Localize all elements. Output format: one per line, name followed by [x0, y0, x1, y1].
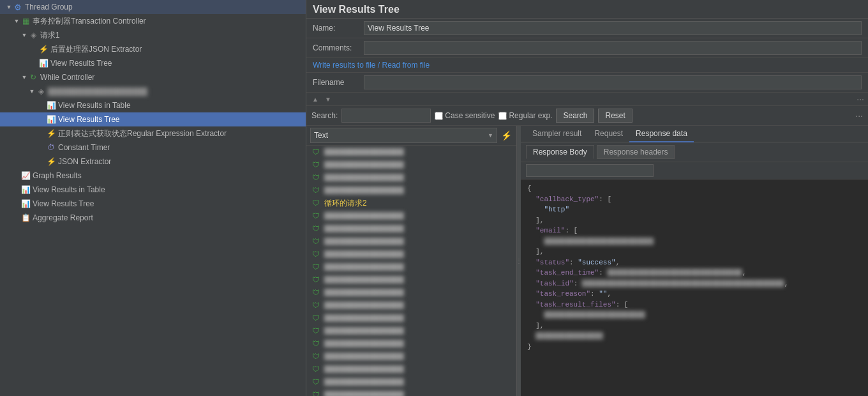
result-item-2[interactable]: 🛡 ████████████████	[306, 158, 516, 171]
result-item-1[interactable]: 🛡 ████████████████	[306, 146, 516, 158]
sub-tabs-row: Response Body Response headers	[521, 142, 868, 162]
result-item-6[interactable]: 🛡 ████████████████	[306, 209, 516, 222]
tree-item-json-extractor2[interactable]: ⚡ JSON Extractor	[0, 155, 306, 169]
shield-icon-20: 🛡	[311, 390, 320, 396]
result-item-7[interactable]: 🛡 ████████████████	[306, 222, 516, 235]
tree-item-vrit2[interactable]: 📊 View Results in Table	[0, 183, 306, 197]
regex-label: 正则表达式获取状态Regular Expression Extractor	[58, 128, 227, 139]
vrt2-icon: 📊	[46, 114, 56, 125]
result-text-10: ████████████████	[324, 263, 404, 271]
result-item-18[interactable]: 🛡 ████████████████	[306, 363, 516, 376]
transaction-ctrl-icon: ▦	[20, 16, 31, 26]
result-text-12: ████████████████	[324, 289, 404, 296]
shield-icon-14: 🛡	[311, 314, 320, 323]
result-text-1: ████████████████	[324, 148, 404, 156]
result-item-8[interactable]: 🛡 ████████████████	[306, 235, 516, 248]
comments-input[interactable]	[364, 41, 862, 55]
tab-sampler-result[interactable]: Sampler result	[526, 126, 588, 142]
case-sensitive-checkbox[interactable]	[435, 112, 443, 120]
tree-item-aggregate[interactable]: 📋 Aggregate Report	[0, 211, 306, 225]
tree-item-thread-group[interactable]: ▼ ⚙ Thread Group	[0, 0, 306, 14]
json-extractor1-icon: ⚡	[38, 44, 49, 54]
result-item-15[interactable]: 🛡 ████████████████	[306, 324, 516, 337]
tree-item-view-results-tree1[interactable]: 📊 View Results Tree	[0, 56, 306, 70]
result-item-3[interactable]: 🛡 ████████████████	[306, 171, 516, 184]
result-text-15: ████████████████	[324, 327, 404, 335]
result-text-8: ████████████████	[324, 238, 404, 245]
while-ctrl-icon: ↻	[28, 72, 38, 82]
tab-request[interactable]: Request	[588, 126, 629, 142]
result-text-16: ████████████████	[324, 340, 404, 347]
vrt2-label: View Results Tree	[58, 115, 120, 124]
results-options-btn[interactable]: ⚡	[500, 130, 513, 141]
result-text-3: ████████████████	[324, 174, 404, 181]
shield-icon-12: 🛡	[311, 288, 320, 297]
thread-group-icon: ⚙	[13, 2, 23, 12]
result-text-6: ████████████████	[324, 212, 404, 220]
result-item-4[interactable]: 🛡 ████████████████	[306, 184, 516, 197]
shield-icon-2: 🛡	[311, 160, 320, 169]
tree-item-request2-header[interactable]: ▼ ◈ ████████████████████	[0, 84, 306, 98]
tree-panel: ▼ ⚙ Thread Group ▼ ▦ 事务控制器Transaction Co…	[0, 0, 306, 396]
tree-item-vrt2[interactable]: 📊 View Results Tree	[0, 112, 306, 126]
down-btn[interactable]: ▼	[323, 94, 333, 104]
sub-tab-response-headers[interactable]: Response headers	[597, 145, 675, 159]
result-item-13[interactable]: 🛡 ████████████████	[306, 299, 516, 312]
up-btn[interactable]: ▲	[310, 94, 320, 104]
filename-input[interactable]	[364, 75, 862, 89]
result-item-16[interactable]: 🛡 ████████████████	[306, 337, 516, 350]
response-filter-input[interactable]	[526, 164, 654, 177]
tabs-row: Sampler result Request Response data	[521, 126, 868, 142]
result-item-11[interactable]: 🛡 ████████████████	[306, 273, 516, 286]
tree-item-graph-results[interactable]: 📈 Graph Results	[0, 169, 306, 183]
tree-item-request1[interactable]: ▼ ◈ 请求1	[0, 28, 306, 42]
result-item-19[interactable]: 🛡 ████████████████	[306, 376, 516, 388]
name-input[interactable]	[364, 21, 862, 35]
arrow-thread-group: ▼	[5, 4, 13, 10]
dots-btn2[interactable]: ···	[855, 110, 863, 121]
result-text-4: ████████████████	[324, 187, 404, 194]
dots-btn1[interactable]: ···	[857, 94, 864, 104]
tree-item-vrt3[interactable]: 📊 View Results Tree	[0, 197, 306, 211]
toolbar-row1: ▲ ▼ ···	[306, 93, 868, 106]
results-scroll[interactable]: 🛡 ████████████████ 🛡 ████████████████ 🛡 …	[306, 146, 516, 396]
regular-exp-checkbox[interactable]	[498, 112, 507, 120]
aggregate-icon: 📋	[20, 213, 31, 223]
graph-label: Graph Results	[33, 171, 82, 180]
vrit1-icon: 📊	[46, 100, 56, 110]
search-input[interactable]	[341, 109, 431, 123]
regular-exp-label: Regular exp.	[509, 111, 552, 120]
shield-icon-13: 🛡	[311, 301, 320, 310]
case-sensitive-check[interactable]: Case sensitive	[435, 111, 495, 120]
json-extractor2-icon: ⚡	[46, 156, 56, 167]
response-content[interactable]: { "callback_type": [ "http" ], "email": …	[521, 179, 868, 396]
result-item-12[interactable]: 🛡 ████████████████	[306, 286, 516, 299]
regular-exp-check[interactable]: Regular exp.	[498, 111, 552, 120]
sub-tab-response-body[interactable]: Response Body	[526, 145, 594, 159]
tree-item-while-controller[interactable]: ▼ ↻ While Controller	[0, 70, 306, 84]
search-button[interactable]: Search	[556, 109, 594, 123]
tree-item-json-extractor1[interactable]: ⚡ 后置处理器JSON Extractor	[0, 42, 306, 56]
result-item-5[interactable]: 🛡 循环的请求2	[306, 197, 516, 209]
filename-row: Filename	[306, 73, 868, 93]
write-results-link[interactable]: Write results to file / Read from file	[306, 58, 868, 73]
result-item-9[interactable]: 🛡 ████████████████	[306, 248, 516, 261]
comments-row: Comments:	[306, 38, 868, 58]
reset-button[interactable]: Reset	[598, 109, 632, 123]
text-dropdown[interactable]: Text ▼	[310, 128, 497, 143]
vrit2-icon: 📊	[20, 185, 31, 195]
request2-header-label: ████████████████████	[48, 88, 147, 95]
tab-response-data[interactable]: Response data	[629, 126, 694, 142]
search-label: Search:	[311, 111, 338, 120]
tree-item-vrit1[interactable]: 📊 View Results in Table	[0, 98, 306, 112]
result-item-14[interactable]: 🛡 ████████████████	[306, 312, 516, 324]
tree-item-constant-timer[interactable]: ⏱ Constant Timer	[0, 141, 306, 155]
result-item-10[interactable]: 🛡 ████████████████	[306, 261, 516, 273]
result-item-20[interactable]: 🛡 ████████████████	[306, 388, 516, 396]
shield-icon-11: 🛡	[311, 275, 320, 284]
result-item-17[interactable]: 🛡 ████████████████	[306, 350, 516, 363]
tree-item-transaction-ctrl[interactable]: ▼ ▦ 事务控制器Transaction Controller	[0, 14, 306, 28]
tree-item-regex[interactable]: ⚡ 正则表达式获取状态Regular Expression Extractor	[0, 126, 306, 141]
search-row: Search: Case sensitive Regular exp. Sear…	[306, 106, 868, 126]
while-ctrl-label: While Controller	[40, 73, 94, 82]
